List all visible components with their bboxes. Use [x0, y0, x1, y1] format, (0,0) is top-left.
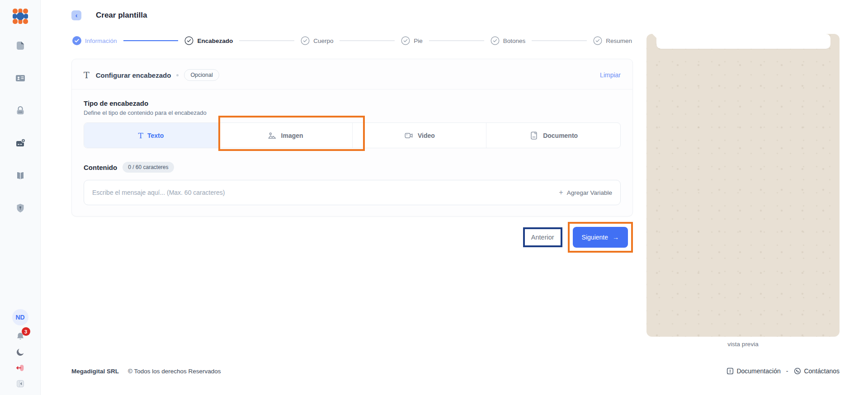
documentation-icon: [726, 367, 734, 375]
optional-badge: Opcional: [184, 69, 219, 81]
sidebar-item-access[interactable]: [14, 202, 26, 214]
sidebar-nav: [14, 40, 26, 214]
tab-imagen[interactable]: Imagen: [218, 123, 353, 148]
step-botones[interactable]: Botones: [491, 36, 526, 45]
arrow-right-icon: →: [613, 234, 619, 241]
sidebar-item-billing[interactable]: [14, 137, 26, 149]
left-column: Información Encabezado Cuerpo: [71, 25, 633, 395]
footer-separator: -: [786, 367, 788, 375]
back-button[interactable]: ‹: [71, 10, 81, 20]
type-section-subtitle: Define el tipo de contenido para el enca…: [84, 109, 621, 116]
lock-icon: [14, 105, 26, 117]
file-icon: [14, 40, 26, 52]
tab-texto[interactable]: T Texto: [84, 123, 218, 148]
step-encabezado[interactable]: Encabezado: [184, 36, 233, 45]
collapse-icon: [15, 379, 25, 389]
page-title: Crear plantilla: [96, 11, 147, 20]
check-circle-icon: [72, 36, 81, 45]
content-row: Información Encabezado Cuerpo: [71, 25, 840, 395]
content-section-header: Contenido 0 / 60 caracteres: [84, 162, 621, 173]
footer-rights: © Todos los derechos Reservados: [128, 368, 221, 375]
step-label: Encabezado: [197, 38, 233, 44]
wizard-stepper: Información Encabezado Cuerpo: [71, 25, 633, 59]
message-input[interactable]: [92, 189, 559, 196]
card-body: Tipo de encabezado Define el tipo de con…: [72, 89, 632, 216]
next-button-label: Siguiente: [582, 234, 608, 241]
stepper-connector: [239, 40, 294, 41]
stepper-connector: [340, 40, 395, 41]
user-avatar[interactable]: ND: [12, 309, 28, 325]
moon-icon: [15, 347, 25, 357]
sidebar-item-contacts[interactable]: [14, 72, 26, 84]
step-resumen[interactable]: Resumen: [593, 36, 632, 45]
id-card-icon: [14, 72, 26, 84]
check-circle-icon: [593, 36, 602, 45]
collapse-sidebar-button[interactable]: [15, 379, 25, 389]
tab-video[interactable]: Video: [353, 123, 487, 148]
clear-link[interactable]: Limpiar: [600, 71, 621, 79]
avatar-initials: ND: [15, 314, 24, 321]
sidebar-bottom: ND 3: [12, 309, 28, 389]
contact-label: Contáctanos: [804, 367, 840, 375]
step-pie[interactable]: Pie: [401, 36, 423, 45]
step-informacion[interactable]: Información: [72, 36, 117, 45]
step-cuerpo[interactable]: Cuerpo: [301, 36, 333, 45]
add-variable-button[interactable]: + Agregar Variable: [559, 188, 612, 197]
step-label: Cuerpo: [313, 38, 333, 44]
notification-badge: 3: [22, 327, 30, 336]
contact-link[interactable]: Contáctanos: [793, 367, 840, 375]
main-area: ‹ Crear plantilla Información: [41, 0, 868, 395]
footer-right: Documentación - Contáctanos: [726, 367, 840, 375]
step-label: Botones: [503, 38, 526, 44]
stepper-connector: [123, 40, 179, 41]
message-input-container: + Agregar Variable: [84, 180, 621, 205]
image-icon: [267, 131, 277, 141]
footer-left: Megadigital SRL © Todos los derechos Res…: [71, 368, 221, 375]
back-chevron-icon: ‹: [75, 12, 78, 19]
step-label: Información: [85, 38, 117, 44]
logout-button[interactable]: [15, 363, 25, 373]
previous-button[interactable]: Anterior: [531, 234, 554, 241]
step-label: Pie: [414, 38, 423, 44]
plus-icon: +: [559, 188, 563, 197]
sidebar-item-docs[interactable]: [14, 170, 26, 182]
header-config-card: T Configurar encabezado Opcional Limpiar…: [71, 59, 633, 216]
shield-key-icon: [14, 202, 26, 214]
logo-icon: [10, 6, 30, 26]
logout-icon: [15, 363, 25, 373]
whatsapp-preview-panel: [646, 34, 840, 337]
phone-contact-icon: [793, 367, 802, 375]
preview-caption: vista previa: [646, 341, 840, 348]
notifications-button[interactable]: 3: [15, 331, 25, 341]
documentation-link[interactable]: Documentación: [726, 367, 780, 375]
wizard-actions: Anterior Siguiente →: [71, 222, 633, 253]
footer: Megadigital SRL © Todos los derechos Res…: [71, 367, 840, 375]
book-icon: [14, 170, 26, 182]
header-type-tabs: T Texto Imagen: [84, 122, 621, 148]
type-section-title: Tipo de encabezado: [84, 99, 621, 107]
tab-documento[interactable]: Documento: [486, 123, 620, 148]
app-logo[interactable]: [10, 6, 30, 26]
dark-mode-toggle[interactable]: [15, 347, 25, 357]
check-circle-icon: [301, 36, 310, 45]
document-icon: [529, 131, 539, 141]
check-circle-icon: [184, 36, 193, 45]
sidebar-item-templates[interactable]: [14, 40, 26, 52]
bubble-tail: [652, 34, 658, 40]
message-bubble: [656, 34, 830, 49]
next-button[interactable]: Siguiente →: [573, 227, 628, 248]
check-circle-icon: [401, 36, 410, 45]
page-header: ‹ Crear plantilla: [71, 8, 840, 23]
check-circle-icon: [491, 36, 500, 45]
documentation-label: Documentación: [736, 367, 780, 375]
card-header: T Configurar encabezado Opcional Limpiar: [72, 59, 632, 89]
text-icon: T: [138, 131, 143, 140]
text-type-icon: T: [84, 70, 90, 80]
tab-label: Imagen: [281, 132, 303, 139]
sidebar: ND 3: [0, 0, 41, 395]
tab-label: Texto: [147, 132, 164, 139]
preview-column: vista previa: [646, 25, 840, 395]
video-icon: [404, 131, 414, 141]
sidebar-item-security[interactable]: [14, 105, 26, 117]
tab-label: Video: [418, 132, 435, 139]
